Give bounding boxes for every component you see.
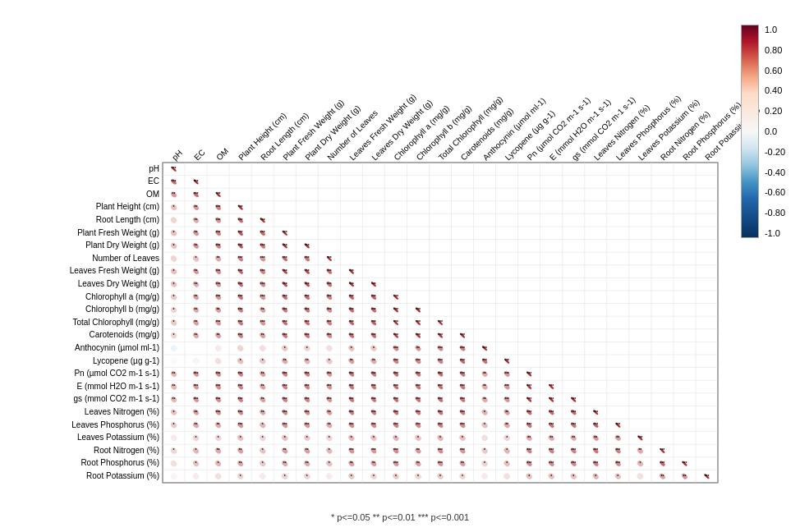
legend-label-0.0: 0.0 xyxy=(765,126,785,136)
legend-label-list: 1.0 0.80 0.60 0.40 0.20 0.0 -0.20 -0.40 … xyxy=(765,25,785,238)
legend-label-0.20: 0.20 xyxy=(765,106,785,116)
correlation-matrix xyxy=(0,0,800,532)
chart-container: 1.0 0.80 0.60 0.40 0.20 0.0 -0.20 -0.40 … xyxy=(0,0,800,532)
legend-label-0.60: 0.60 xyxy=(765,66,785,76)
legend-label-neg-0.60: -0.60 xyxy=(765,187,785,197)
footnote-text: * p<=0.05 ** p<=0.01 *** p<=0.001 xyxy=(331,512,469,522)
legend-label-neg-0.80: -0.80 xyxy=(765,208,785,218)
color-legend: 1.0 0.80 0.60 0.40 0.20 0.0 -0.20 -0.40 … xyxy=(741,25,785,238)
legend-label-0.40: 0.40 xyxy=(765,85,785,95)
legend-label-0.80: 0.80 xyxy=(765,45,785,55)
legend-label-neg-1.0: -1.0 xyxy=(765,228,785,238)
legend-gradient-bar xyxy=(741,25,759,238)
legend-label-1.0: 1.0 xyxy=(765,25,785,34)
legend-label-neg-0.20: -0.20 xyxy=(765,147,785,157)
legend-label-neg-0.40: -0.40 xyxy=(765,167,785,177)
